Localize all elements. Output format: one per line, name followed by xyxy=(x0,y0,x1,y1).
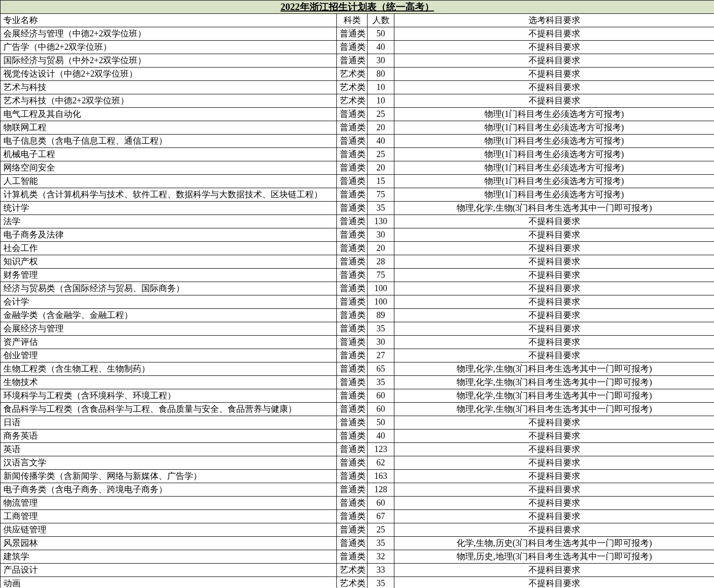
cell-req: 不提科目要求 xyxy=(394,309,714,322)
cell-count: 27 xyxy=(368,349,394,362)
title-row: 2022年浙江招生计划表（统一高考） xyxy=(0,0,714,14)
header-req: 选考科目要求 xyxy=(394,14,714,27)
cell-major: 金融学类（含金融学、金融工程） xyxy=(0,309,337,322)
cell-req: 物理(1门科目考生必须选考方可报考) xyxy=(394,175,714,188)
cell-count: 30 xyxy=(368,54,394,68)
cell-major: 物流管理 xyxy=(0,497,337,510)
table-row: 电子商务及法律普通类30不提科目要求 xyxy=(0,228,714,242)
header-count: 人数 xyxy=(368,14,394,27)
table-row: 法学普通类130不提科目要求 xyxy=(0,215,714,228)
cell-req: 物理(1门科目考生必须选考方可报考) xyxy=(394,188,714,202)
cell-type: 艺术类 xyxy=(337,564,368,577)
cell-count: 25 xyxy=(368,148,394,161)
cell-count: 128 xyxy=(368,483,394,497)
cell-count: 35 xyxy=(368,202,394,215)
cell-count: 100 xyxy=(368,295,394,309)
cell-req: 物理,历史,地理(3门科目考生选考其中一门即可报考) xyxy=(394,550,714,564)
cell-major: 供应链管理 xyxy=(0,523,337,537)
cell-count: 80 xyxy=(368,68,394,81)
cell-count: 75 xyxy=(368,269,394,282)
table-row: 人工智能普通类15物理(1门科目考生必须选考方可报考) xyxy=(0,175,714,188)
cell-type: 普通类 xyxy=(337,175,368,188)
cell-req: 不提科目要求 xyxy=(394,322,714,336)
table-row: 电子信息类（含电子信息工程、通信工程）普通类40物理(1门科目考生必须选考方可报… xyxy=(0,135,714,148)
table-row: 国际经济与贸易（中外2+2双学位班）普通类30不提科目要求 xyxy=(0,54,714,68)
cell-req: 不提科目要求 xyxy=(394,269,714,282)
cell-count: 75 xyxy=(368,188,394,202)
cell-req: 不提科目要求 xyxy=(394,483,714,497)
table-row: 广告学（中德2+2双学位班）普通类40不提科目要求 xyxy=(0,41,714,54)
cell-major: 艺术与科技（中德2+2双学位班） xyxy=(0,94,337,108)
cell-major: 经济与贸易类（含国际经济与贸易、国际商务） xyxy=(0,282,337,295)
table-row: 金融学类（含金融学、金融工程）普通类89不提科目要求 xyxy=(0,309,714,322)
cell-count: 60 xyxy=(368,497,394,510)
cell-type: 普通类 xyxy=(337,456,368,470)
cell-type: 普通类 xyxy=(337,27,368,41)
table-row: 艺术与科技（中德2+2双学位班）艺术类10不提科目要求 xyxy=(0,94,714,108)
table-row: 环境科学与工程类（含环境科学、环境工程）普通类60物理,化学,生物(3门科目考生… xyxy=(0,389,714,403)
cell-req: 不提科目要求 xyxy=(394,523,714,537)
cell-count: 40 xyxy=(368,430,394,443)
cell-major: 社会工作 xyxy=(0,242,337,255)
table-row: 动画艺术类35不提科目要求 xyxy=(0,577,714,588)
cell-type: 普通类 xyxy=(337,510,368,523)
cell-major: 建筑学 xyxy=(0,550,337,564)
cell-count: 60 xyxy=(368,389,394,403)
cell-major: 国际经济与贸易（中外2+2双学位班） xyxy=(0,54,337,68)
cell-req: 不提科目要求 xyxy=(394,470,714,483)
table-title: 2022年浙江招生计划表（统一高考） xyxy=(0,0,714,14)
cell-type: 普通类 xyxy=(337,228,368,242)
cell-count: 35 xyxy=(368,537,394,550)
cell-major: 艺术与科技 xyxy=(0,81,337,94)
cell-req: 不提科目要求 xyxy=(394,255,714,269)
cell-type: 普通类 xyxy=(337,202,368,215)
cell-req: 不提科目要求 xyxy=(394,443,714,456)
cell-type: 普通类 xyxy=(337,470,368,483)
table-row: 资产评估普通类30不提科目要求 xyxy=(0,336,714,349)
cell-count: 25 xyxy=(368,523,394,537)
cell-major: 英语 xyxy=(0,443,337,456)
cell-req: 不提科目要求 xyxy=(394,416,714,430)
cell-req: 不提科目要求 xyxy=(394,215,714,228)
cell-type: 普通类 xyxy=(337,362,368,376)
cell-type: 普通类 xyxy=(337,309,368,322)
cell-req: 物理,化学,生物(3门科目考生选考其中一门即可报考) xyxy=(394,403,714,416)
cell-type: 普通类 xyxy=(337,282,368,295)
cell-count: 89 xyxy=(368,309,394,322)
table-row: 艺术与科技艺术类10不提科目要求 xyxy=(0,81,714,94)
table-row: 工商管理普通类67不提科目要求 xyxy=(0,510,714,523)
table-row: 食品科学与工程类（含食品科学与工程、食品质量与安全、食品营养与健康）普通类60物… xyxy=(0,403,714,416)
cell-req: 不提科目要求 xyxy=(394,349,714,362)
cell-major: 网络空间安全 xyxy=(0,161,337,175)
cell-count: 15 xyxy=(368,175,394,188)
table-row: 产品设计艺术类33不提科目要求 xyxy=(0,564,714,577)
cell-major: 财务管理 xyxy=(0,269,337,282)
cell-major: 电子信息类（含电子信息工程、通信工程） xyxy=(0,135,337,148)
cell-type: 普通类 xyxy=(337,537,368,550)
cell-req: 不提科目要求 xyxy=(394,81,714,94)
cell-count: 25 xyxy=(368,108,394,121)
cell-req: 不提科目要求 xyxy=(394,577,714,588)
cell-count: 50 xyxy=(368,416,394,430)
cell-major: 机械电子工程 xyxy=(0,148,337,161)
cell-count: 20 xyxy=(368,121,394,135)
cell-req: 物理(1门科目考生必须选考方可报考) xyxy=(394,148,714,161)
cell-count: 50 xyxy=(368,27,394,41)
cell-count: 123 xyxy=(368,443,394,456)
cell-type: 普通类 xyxy=(337,497,368,510)
table-row: 电气工程及其自动化普通类25物理(1门科目考生必须选考方可报考) xyxy=(0,108,714,121)
cell-req: 不提科目要求 xyxy=(394,510,714,523)
cell-major: 环境科学与工程类（含环境科学、环境工程） xyxy=(0,389,337,403)
cell-req: 物理(1门科目考生必须选考方可报考) xyxy=(394,161,714,175)
cell-req: 不提科目要求 xyxy=(394,564,714,577)
cell-type: 普通类 xyxy=(337,148,368,161)
cell-count: 33 xyxy=(368,564,394,577)
cell-count: 60 xyxy=(368,403,394,416)
cell-count: 163 xyxy=(368,470,394,483)
cell-major: 会展经济与管理 xyxy=(0,322,337,336)
cell-type: 普通类 xyxy=(337,550,368,564)
cell-type: 艺术类 xyxy=(337,94,368,108)
cell-type: 普通类 xyxy=(337,269,368,282)
cell-major: 电气工程及其自动化 xyxy=(0,108,337,121)
cell-count: 40 xyxy=(368,135,394,148)
